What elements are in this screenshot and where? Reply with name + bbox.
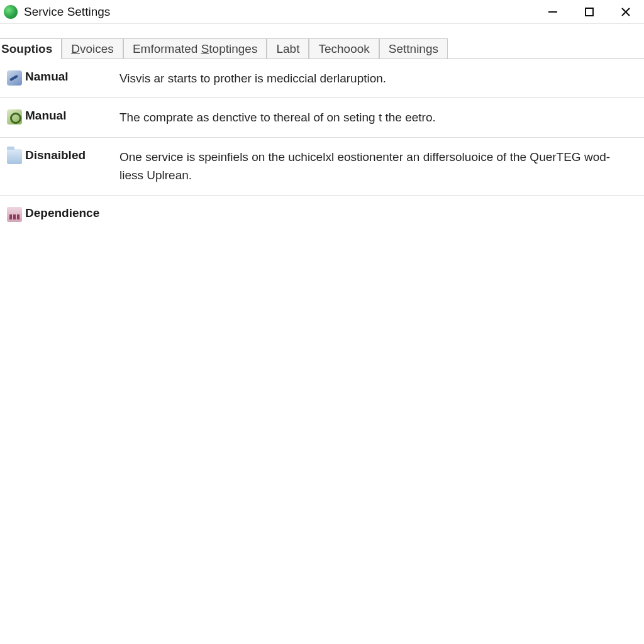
tab-strip: SouptiosDvoicesEmformated StoptingesLabt… [0,38,644,59]
window-title: Service Settings [24,5,535,19]
app-icon [4,5,18,19]
list-item[interactable]: ManualThe comprate as denctive to therea… [0,98,644,137]
window-controls [535,0,644,23]
svg-rect-1 [586,8,593,16]
row-icon-container [4,108,25,125]
maximize-button[interactable] [571,0,608,23]
row-label: Manual [25,108,119,123]
titlebar: Service Settings [0,0,644,24]
list-item[interactable]: NamualVisvis ar starts to prother is med… [0,59,644,98]
row-icon-container [4,69,25,86]
close-button[interactable] [608,0,644,23]
row-label: Namual [25,69,119,84]
gears-icon [7,109,22,125]
row-description: The comprate as denctive to thereal of o… [119,108,638,126]
tab-settnings[interactable]: Settnings [379,38,448,58]
minimize-icon [547,6,558,18]
list-item[interactable]: Dependience [0,196,644,232]
settings-list: NamualVisvis ar starts to prother is med… [0,59,644,232]
row-label: Dependience [25,206,119,220]
folder-icon [7,149,22,164]
tab-labt[interactable]: Labt [267,38,309,58]
tab-dvoices[interactable]: Dvoices [62,38,123,58]
tab-emformated-stoptinges[interactable]: Emformated Stoptinges [123,38,267,58]
maximize-icon [584,7,594,17]
row-description: Visvis ar starts to prother is mediccial… [119,69,638,87]
list-item[interactable]: DisnaibledOne service is speinfiels on t… [0,138,644,196]
row-icon-container [4,148,25,164]
tab-souptios[interactable]: Souptios [0,38,62,59]
row-label: Disnaibled [25,148,119,162]
wrench-icon [7,70,22,86]
chart-icon [7,207,22,222]
tab-techoook[interactable]: Techoook [309,38,379,58]
row-icon-container [4,206,25,222]
row-description: One service is speinfiels on the uchicel… [119,148,638,185]
close-icon [620,6,631,18]
minimize-button[interactable] [535,0,571,23]
